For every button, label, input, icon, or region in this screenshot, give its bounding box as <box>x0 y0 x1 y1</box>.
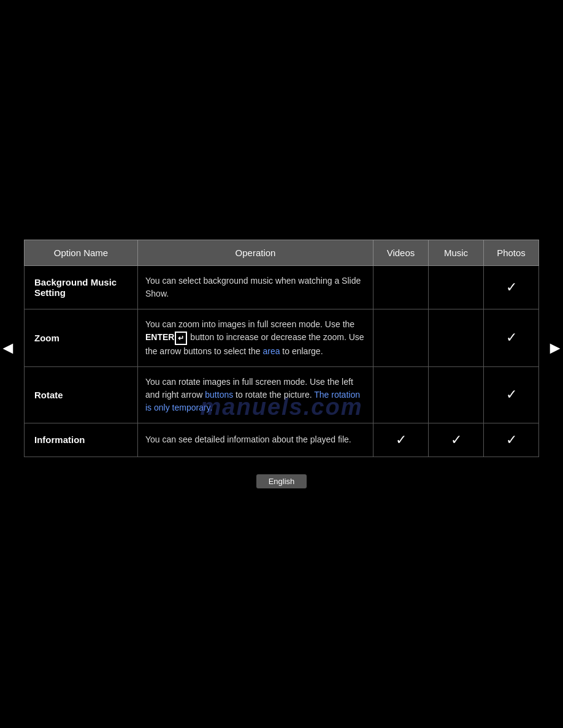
checkmark-icon: ✓ <box>396 432 407 447</box>
table-row: Information You can see detailed informa… <box>25 423 539 457</box>
photos-check: ✓ <box>484 266 539 309</box>
operation-cell: You can see detailed information about t… <box>138 423 373 457</box>
table-row: Zoom You can zoom into images in full sc… <box>25 309 539 366</box>
operation-cell: You can select background music when wat… <box>138 266 373 309</box>
option-name-cell: Background MusicSetting <box>25 266 138 309</box>
table-header-row: Option Name Operation Videos Music Photo… <box>25 240 539 266</box>
page-content: ◄ ► Option Name Operation Videos Music P… <box>0 0 563 728</box>
checkmark-icon: ✓ <box>506 387 517 402</box>
table-row: Rotate You can rotate images in full scr… <box>25 366 539 423</box>
operation-text: You can see detailed information about t… <box>145 434 351 444</box>
videos-check <box>373 309 429 366</box>
nav-arrow-right[interactable]: ► <box>546 338 563 358</box>
table-row: Background MusicSetting You can select b… <box>25 266 539 309</box>
header-operation: Operation <box>138 240 373 266</box>
videos-check: ✓ <box>373 423 429 457</box>
music-check <box>429 266 484 309</box>
options-table: Option Name Operation Videos Music Photo… <box>24 240 539 457</box>
enter-icon: ↵ <box>175 332 187 345</box>
operation-cell: You can rotate images in full screen mod… <box>138 366 373 423</box>
enter-button-label: ENTER↵ <box>145 332 188 342</box>
bottom-area: English <box>256 464 307 488</box>
videos-check <box>373 266 429 309</box>
option-name-cell: Zoom <box>25 309 138 366</box>
table-container: ◄ ► Option Name Operation Videos Music P… <box>24 240 539 457</box>
operation-cell: You can zoom into images in full screen … <box>138 309 373 366</box>
option-name-cell: Information <box>25 423 138 457</box>
header-music: Music <box>429 240 484 266</box>
language-badge: English <box>256 474 307 488</box>
header-photos: Photos <box>484 240 539 266</box>
photos-check: ✓ <box>484 423 539 457</box>
music-check: ✓ <box>429 423 484 457</box>
operation-text: You can zoom into images in full screen … <box>145 319 354 329</box>
checkmark-icon: ✓ <box>506 432 517 447</box>
checkmark-icon: ✓ <box>506 330 517 345</box>
checkmark-icon: ✓ <box>451 432 462 447</box>
videos-check <box>373 366 429 423</box>
operation-text: You can rotate images in full screen mod… <box>145 377 360 412</box>
photos-check: ✓ <box>484 366 539 423</box>
nav-arrow-left[interactable]: ◄ <box>0 338 17 358</box>
option-name-cell: Rotate <box>25 366 138 423</box>
operation-text: You can select background music when wat… <box>145 276 361 298</box>
music-check <box>429 309 484 366</box>
checkmark-icon: ✓ <box>506 279 517 295</box>
header-videos: Videos <box>373 240 429 266</box>
music-check <box>429 366 484 423</box>
header-option-name: Option Name <box>25 240 138 266</box>
photos-check: ✓ <box>484 309 539 366</box>
